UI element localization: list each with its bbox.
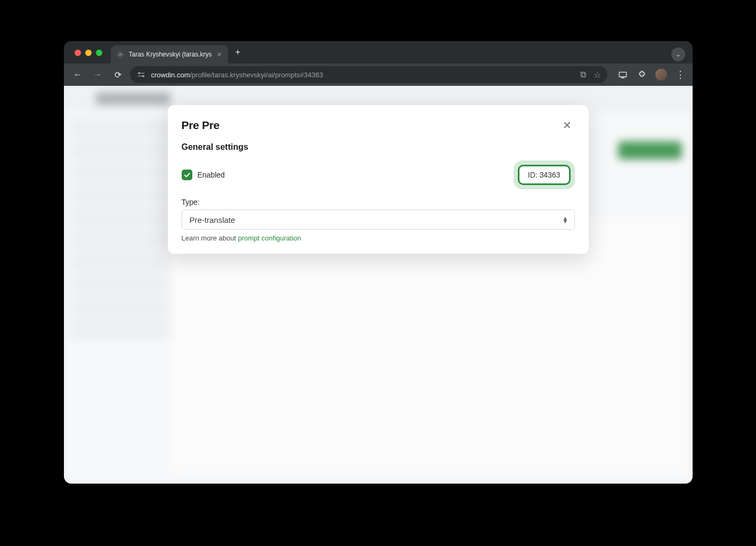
chevron-down-icon: ⌄ bbox=[676, 51, 681, 58]
id-badge-highlight: ID: 34363 bbox=[514, 160, 575, 189]
maximize-window-button[interactable] bbox=[96, 50, 102, 56]
device-icon[interactable] bbox=[616, 68, 630, 82]
address-bar[interactable]: crowdin.com/profile/taras.kryshevskyi/ai… bbox=[130, 66, 607, 83]
type-select[interactable]: Pre-translate bbox=[182, 210, 575, 230]
enabled-checkbox[interactable] bbox=[182, 170, 192, 180]
extensions-icon[interactable] bbox=[635, 68, 649, 82]
window-dropdown-button[interactable]: ⌄ bbox=[671, 47, 685, 61]
close-modal-button[interactable]: ✕ bbox=[559, 119, 575, 132]
tab-title: Taras Kryshevskyi (taras.krys bbox=[129, 51, 212, 58]
content-area: Pre Pre ✕ General settings Enabled ID: 3… bbox=[64, 86, 693, 484]
url-domain: crowdin.com bbox=[151, 71, 190, 79]
help-text: Learn more about prompt configuration bbox=[182, 234, 575, 242]
bookmark-icon[interactable]: ☆ bbox=[594, 70, 601, 80]
browser-menu-button[interactable]: ⋮ bbox=[673, 68, 687, 82]
window-controls bbox=[71, 42, 111, 62]
tab-favicon: ⟳ bbox=[116, 50, 125, 59]
reload-button[interactable]: ⟳ bbox=[110, 66, 127, 83]
site-settings-icon[interactable] bbox=[136, 70, 146, 79]
close-window-button[interactable] bbox=[75, 50, 81, 56]
check-icon bbox=[183, 171, 191, 179]
forward-button[interactable]: → bbox=[90, 66, 107, 83]
browser-tab[interactable]: ⟳ Taras Kryshevskyi (taras.krys × bbox=[111, 45, 228, 63]
new-tab-button[interactable]: + bbox=[228, 47, 248, 57]
url-path: /profile/taras.kryshevskyi/ai/prompts#34… bbox=[190, 71, 323, 79]
svg-rect-4 bbox=[619, 72, 626, 77]
help-prefix: Learn more about bbox=[182, 234, 238, 242]
minimize-window-button[interactable] bbox=[85, 50, 92, 56]
enabled-label: Enabled bbox=[198, 171, 225, 179]
tab-bar: ⟳ Taras Kryshevskyi (taras.krys × + bbox=[64, 41, 693, 63]
type-value: Pre-translate bbox=[190, 215, 235, 224]
close-tab-button[interactable]: × bbox=[216, 50, 223, 59]
type-label: Type: bbox=[182, 198, 575, 206]
browser-window: ⌄ ⟳ Taras Kryshevskyi (taras.krys × + ← … bbox=[64, 41, 693, 484]
url-bar: ← → ⟳ crowdin.com/profile/taras.kryshevs… bbox=[64, 63, 693, 86]
select-caret-icon: ▲▼ bbox=[563, 216, 568, 223]
id-badge: ID: 34363 bbox=[518, 165, 571, 185]
toolbar-right: ⋮ bbox=[611, 68, 687, 82]
modal-title: Pre Pre bbox=[182, 119, 220, 132]
profile-avatar[interactable] bbox=[654, 68, 668, 82]
prompt-configuration-link[interactable]: prompt configuration bbox=[238, 234, 302, 242]
close-icon: ✕ bbox=[563, 119, 572, 131]
url-text: crowdin.com/profile/taras.kryshevskyi/ai… bbox=[151, 71, 575, 79]
prompt-settings-modal: Pre Pre ✕ General settings Enabled ID: 3… bbox=[168, 105, 589, 254]
open-external-icon[interactable]: ⧉ bbox=[580, 70, 586, 80]
back-button[interactable]: ← bbox=[69, 66, 86, 83]
section-general-title: General settings bbox=[182, 142, 575, 152]
